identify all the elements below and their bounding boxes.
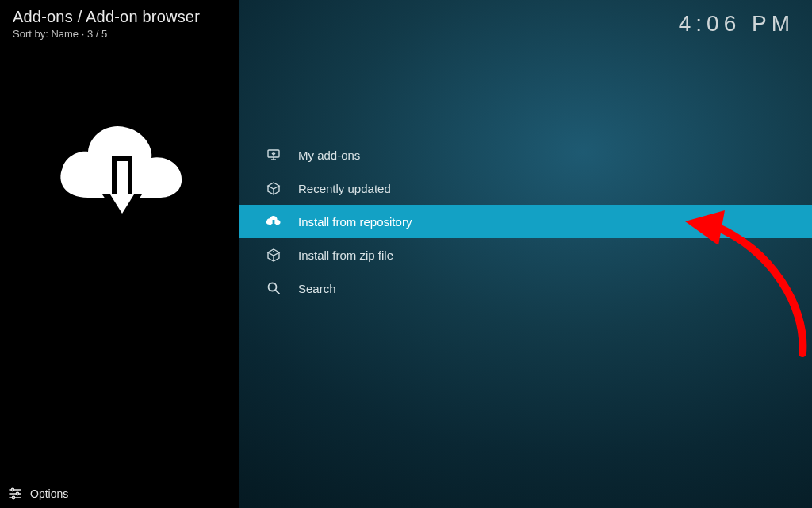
monitor-box-icon — [265, 146, 282, 164]
svg-line-22 — [276, 291, 280, 294]
header: Add-ons / Add-on browser Sort by: Name ·… — [0, 0, 239, 43]
sidebar: Add-ons / Add-on browser Sort by: Name ·… — [0, 0, 239, 508]
menu-item-label: Install from zip file — [298, 248, 393, 262]
svg-point-8 — [16, 492, 18, 495]
menu-item-label: Search — [298, 282, 336, 295]
options-label: Options — [30, 487, 68, 500]
sort-line: Sort by: Name · 3 / 5 — [13, 28, 227, 40]
svg-marker-14 — [268, 183, 279, 189]
svg-point-9 — [12, 496, 14, 498]
search-icon — [265, 279, 282, 297]
breadcrumb: Add-ons / Add-on browser — [13, 8, 227, 26]
menu-item-label: My add-ons — [298, 148, 360, 162]
menu-item-install-from-repository[interactable]: Install from repository — [239, 205, 812, 238]
menu-item-label: Install from repository — [298, 215, 412, 229]
menu-item-label: Recently updated — [298, 182, 391, 195]
options-slider-icon — [8, 487, 22, 501]
svg-rect-1 — [117, 161, 128, 194]
sidebar-hero-icon-wrap — [0, 43, 239, 508]
app-root: Add-ons / Add-on browser Sort by: Name ·… — [0, 0, 812, 508]
svg-point-7 — [11, 488, 13, 491]
cloud-download-icon — [265, 213, 282, 230]
main-panel: 4:06 PM My add-ons — [239, 0, 812, 508]
menu-item-search[interactable]: Search — [239, 271, 812, 305]
svg-rect-16 — [273, 220, 275, 224]
menu-item-my-addons[interactable]: My add-ons — [239, 138, 812, 171]
menu-item-install-from-zip[interactable]: Install from zip file — [239, 238, 812, 271]
zip-file-icon — [265, 246, 282, 264]
svg-marker-18 — [268, 249, 279, 256]
cloud-download-large-icon — [48, 110, 191, 233]
svg-marker-17 — [271, 224, 276, 227]
options-button[interactable]: Options — [0, 479, 239, 508]
menu-item-recently-updated[interactable]: Recently updated — [239, 171, 812, 205]
clock: 4:06 PM — [679, 11, 795, 37]
menu-list: My add-ons Recently updated — [239, 138, 812, 305]
open-box-icon — [265, 179, 282, 197]
